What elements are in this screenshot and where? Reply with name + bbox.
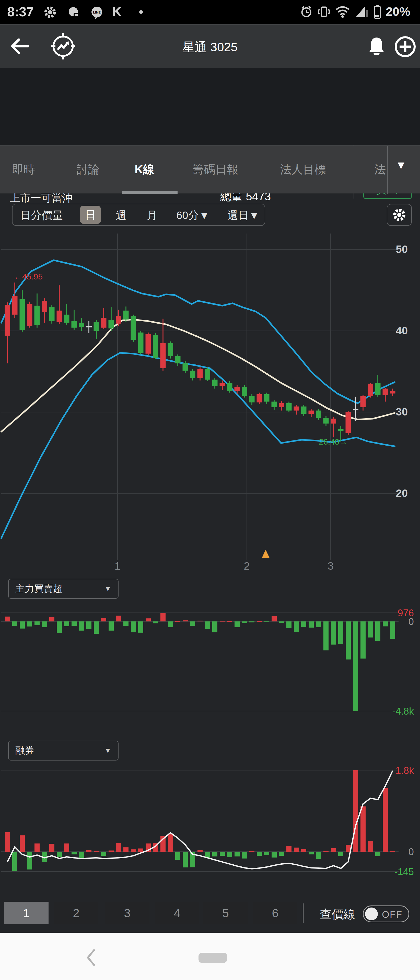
gear-icon [43,6,57,19]
pager-divider [303,904,304,923]
svg-text:←45.95: ←45.95 [14,272,43,281]
pane2-indicator-select[interactable]: 融券 ▼ [8,741,118,760]
svg-text:3: 3 [327,560,334,572]
pager-button-4[interactable]: 4 [155,902,199,924]
battery-percent: 20% [386,5,410,19]
toggle-knob [365,907,378,920]
tab-即時[interactable]: 即時 [12,162,35,177]
nav-bar: 星通 3025 [0,24,420,68]
tab-法[interactable]: 法 [374,162,386,177]
active-tab-underline [122,191,177,194]
candlestick-chart[interactable]: 50403020123←45.9526.40→ [0,232,420,572]
pager-button-1[interactable]: 1 [4,902,48,924]
vibrate-icon [317,5,331,18]
svg-text:30: 30 [396,406,408,418]
svg-text:1: 1 [115,560,120,572]
svg-text:2: 2 [244,560,249,572]
pager-button-2[interactable]: 2 [54,902,98,924]
line-app-icon: LINE [90,6,104,20]
tab-bar-divider [387,146,388,194]
tab-K線[interactable]: K線 [135,162,155,177]
quote-header: 33.00 ▲0.10 (0.30%) 03/15 (一) 13:30 單量 3… [0,68,420,145]
pager-button-3[interactable]: 3 [105,902,149,924]
bell-icon[interactable] [368,36,385,57]
pane1-indicator-select[interactable]: 主力買賣超 ▼ [8,579,118,599]
svg-text:-145: -145 [394,866,414,877]
pager-button-6[interactable]: 6 [253,902,297,924]
gear-icon [392,208,406,222]
clock-time: 8:37 [7,4,34,19]
pane1-indicator-label: 主力買賣超 [15,582,62,595]
main-force-bar-chart[interactable]: 9760-4.8k [0,602,420,732]
system-navigation-bar [0,933,420,980]
tab-bar: 即時討論K線籌碼日報法人目標法 ▼ [0,145,420,193]
svg-text:0: 0 [409,616,414,627]
price-line-toggle[interactable]: OFF [363,905,409,922]
svg-text:26.40→: 26.40→ [319,437,347,446]
wifi-icon [335,5,350,18]
more-notifications-dot-icon [139,10,143,14]
chart-settings-button[interactable] [387,204,412,226]
pane2-indicator-label: 融券 [15,744,34,757]
svg-text:-4.8k: -4.8k [393,706,414,717]
page-title: 星通 3025 [0,39,420,56]
svg-text:1.8k: 1.8k [396,765,414,776]
svg-text:0: 0 [409,846,414,857]
tab-法人目標[interactable]: 法人目標 [280,162,326,177]
app-notification-icon [67,6,81,19]
system-back-icon[interactable] [86,949,96,966]
app-screen: 8:37 LINE K [0,0,420,980]
period-option-週[interactable]: 週 [116,208,126,223]
k-app-icon: K [112,3,122,19]
add-stock-icon[interactable] [394,35,417,58]
chevron-down-icon[interactable]: ▼ [396,159,407,172]
alarm-icon [300,5,313,18]
period-option-月[interactable]: 月 [147,208,157,223]
svg-text:20: 20 [396,487,408,499]
period-option-60分[interactable]: 60分▼ [176,208,209,223]
svg-text:40: 40 [396,325,408,337]
chevron-down-icon: ▼ [104,746,112,755]
period-option-還日[interactable]: 還日▼ [227,208,260,223]
system-home-pill[interactable] [198,953,227,963]
period-option-日分價量[interactable]: 日分價量 [20,208,63,223]
price-line-label: 查價線 [320,907,355,922]
margin-short-bar-chart[interactable]: 1.8k0-145 [0,763,420,893]
chevron-down-icon: ▼ [104,585,112,593]
svg-text:50: 50 [396,243,408,255]
svg-text:LINE: LINE [93,11,101,14]
tab-籌碼日報[interactable]: 籌碼日報 [192,162,238,177]
period-option-日[interactable]: 日 [80,206,101,224]
battery-icon [374,5,381,19]
pager-button-5[interactable]: 5 [203,902,248,924]
cell-signal-icon [355,5,369,18]
status-bar: 8:37 LINE K [0,0,420,24]
toggle-state-text: OFF [382,909,402,920]
tab-討論[interactable]: 討論 [77,162,100,177]
